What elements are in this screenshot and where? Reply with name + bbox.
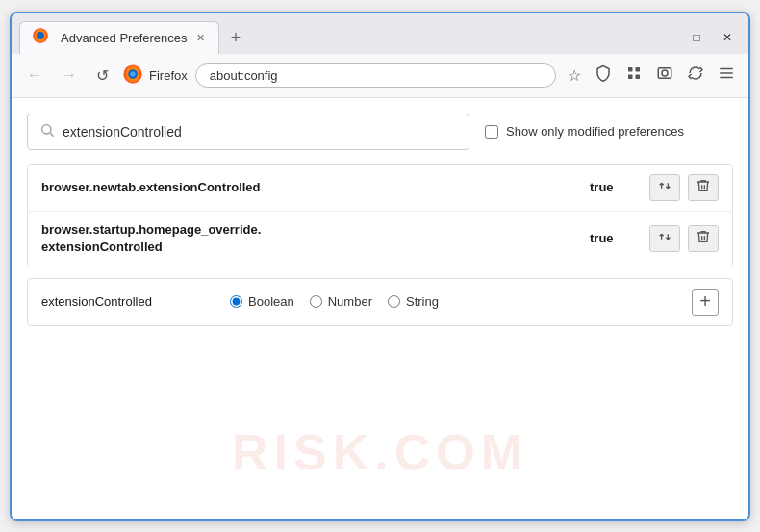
pref-name-2-line1: browser.startup.homepage_override. — [41, 221, 578, 239]
show-modified-text: Show only modified preferences — [506, 124, 684, 139]
pref-results-table: browser.newtab.extensionControlled true — [27, 164, 733, 266]
svg-point-4 — [130, 71, 136, 77]
window-controls: — □ ✕ — [652, 27, 741, 54]
forward-button[interactable]: → — [56, 63, 83, 88]
shield-button[interactable] — [591, 61, 616, 89]
active-tab: Advanced Preferences × — [19, 21, 219, 54]
tab-title: Advanced Preferences — [61, 31, 188, 45]
radio-number-text: Number — [328, 294, 372, 309]
search-row: Show only modified preferences — [27, 114, 733, 150]
pref-actions-2 — [649, 225, 719, 252]
browser-window: Advanced Preferences × + — □ ✕ ← → ↺ — [10, 12, 750, 521]
forward-icon: → — [62, 66, 77, 84]
screenshot-button[interactable] — [652, 61, 677, 89]
browser-logo: Firefox — [122, 63, 188, 88]
svg-point-14 — [42, 124, 51, 133]
shield-icon — [595, 68, 612, 85]
search-input[interactable] — [63, 124, 457, 139]
svg-rect-5 — [628, 67, 633, 72]
tab-close-button[interactable]: × — [195, 30, 207, 45]
tab-favicon — [32, 27, 53, 48]
pref-value-2: true — [590, 231, 638, 245]
pref-actions-1 — [649, 174, 719, 201]
nav-icons-right: ☆ — [564, 61, 739, 89]
browser-name: Firefox — [149, 68, 188, 83]
table-row: browser.startup.homepage_override. exten… — [28, 212, 732, 266]
show-modified-label[interactable]: Show only modified preferences — [485, 124, 684, 139]
toggle-icon-2 — [657, 229, 672, 247]
toggle-button-2[interactable] — [649, 225, 680, 252]
refresh-icon: ↺ — [96, 66, 109, 85]
sync-button[interactable] — [683, 61, 708, 89]
add-pref-button[interactable]: + — [692, 289, 719, 316]
screenshot-icon — [656, 68, 673, 85]
table-row: browser.newtab.extensionControlled true — [28, 165, 732, 212]
pref-value-1: true — [590, 180, 638, 194]
back-button[interactable]: ← — [21, 63, 48, 88]
extension-button[interactable] — [621, 61, 646, 89]
new-pref-name: extensionControlled — [41, 294, 215, 309]
watermark: RISK.COM — [232, 423, 528, 481]
search-icon — [39, 122, 55, 141]
add-pref-row: extensionControlled Boolean Number Strin… — [27, 278, 733, 326]
svg-line-15 — [50, 133, 54, 137]
radio-string[interactable] — [388, 295, 400, 308]
radio-number-label[interactable]: Number — [310, 294, 372, 309]
show-modified-checkbox[interactable] — [485, 125, 498, 139]
close-button[interactable]: ✕ — [714, 27, 741, 48]
svg-rect-7 — [628, 75, 633, 80]
pref-search-box — [27, 114, 469, 150]
menu-button[interactable] — [714, 61, 739, 89]
nav-bar: ← → ↺ Firefox about:config ☆ — [12, 54, 748, 98]
new-tab-button[interactable]: + — [223, 24, 249, 52]
refresh-button[interactable]: ↺ — [90, 63, 114, 89]
type-radio-group: Boolean Number String — [230, 294, 676, 309]
radio-boolean-label[interactable]: Boolean — [230, 294, 294, 309]
radio-boolean-text: Boolean — [248, 294, 294, 309]
radio-string-text: String — [406, 294, 439, 309]
minimize-button[interactable]: — — [652, 27, 679, 48]
bookmark-icon: ☆ — [568, 67, 581, 84]
sync-icon — [687, 68, 704, 85]
delete-icon-2 — [696, 229, 711, 247]
content-area: RISK.COM Show only modified preferences — [12, 98, 748, 519]
back-icon: ← — [27, 66, 42, 84]
toggle-button-1[interactable] — [649, 174, 680, 201]
delete-icon-1 — [696, 178, 711, 196]
svg-point-10 — [662, 70, 668, 76]
firefox-icon — [122, 63, 143, 88]
restore-button[interactable]: □ — [683, 27, 710, 48]
address-bar[interactable]: about:config — [195, 63, 556, 88]
hamburger-icon — [718, 68, 735, 85]
pref-name-2: browser.startup.homepage_override. exten… — [41, 221, 578, 256]
toggle-icon-1 — [657, 178, 672, 196]
radio-number[interactable] — [310, 295, 322, 308]
pref-name-2-line2: extensionControlled — [41, 239, 578, 256]
delete-button-1[interactable] — [688, 174, 719, 201]
pref-name-1: browser.newtab.extensionControlled — [41, 180, 578, 194]
radio-string-label[interactable]: String — [388, 294, 439, 309]
address-text: about:config — [210, 68, 278, 83]
svg-rect-8 — [636, 75, 641, 80]
bookmark-button[interactable]: ☆ — [564, 63, 585, 89]
delete-button-2[interactable] — [688, 225, 719, 252]
svg-point-1 — [37, 32, 44, 39]
tab-bar: Advanced Preferences × + — □ ✕ — [12, 13, 748, 54]
svg-rect-6 — [636, 67, 641, 72]
radio-boolean[interactable] — [230, 295, 242, 308]
extension-icon — [625, 68, 643, 85]
